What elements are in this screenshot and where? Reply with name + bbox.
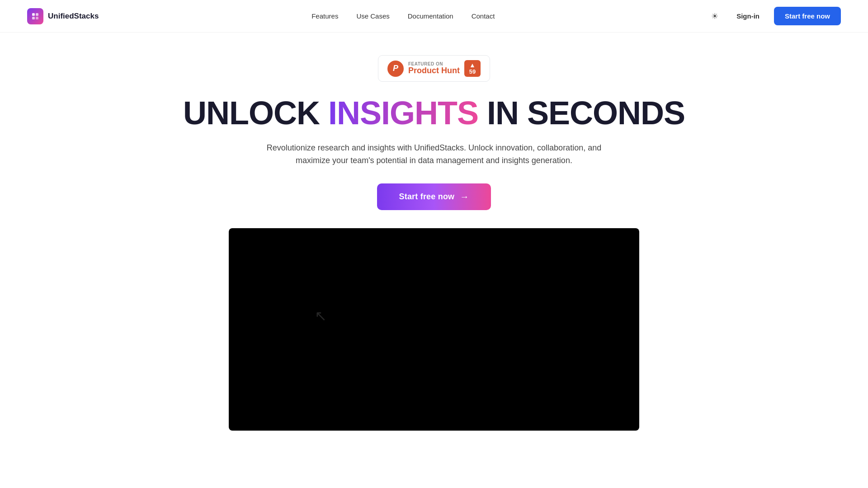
arrow-right-icon: → bbox=[460, 192, 469, 202]
nav-link-features[interactable]: Features bbox=[311, 12, 338, 20]
product-hunt-badge[interactable]: P FEATURED ON Product Hunt ▲ 59 bbox=[378, 55, 490, 82]
cta-label: Start free now bbox=[399, 192, 454, 202]
start-free-hero-button[interactable]: Start free now → bbox=[377, 183, 491, 210]
heading-in-seconds: IN SECONDS bbox=[478, 95, 685, 131]
ph-arrow-icon: ▲ bbox=[469, 62, 476, 68]
logo[interactable]: UnifiedStacks bbox=[27, 8, 99, 24]
product-hunt-logo: P bbox=[387, 61, 404, 77]
nav-link-documentation[interactable]: Documentation bbox=[408, 12, 453, 20]
logo-icon bbox=[27, 8, 43, 24]
nav-actions: ☀ Sign-in Start free now bbox=[708, 7, 841, 25]
product-hunt-text-area: FEATURED ON Product Hunt bbox=[408, 61, 460, 75]
navbar: UnifiedStacks Features Use Cases Documen… bbox=[0, 0, 868, 33]
nav-link-contact[interactable]: Contact bbox=[472, 12, 495, 20]
svg-rect-3 bbox=[36, 17, 38, 19]
heading-insights: INSIGHTS bbox=[328, 95, 478, 131]
ph-upvote-badge: ▲ 59 bbox=[464, 60, 481, 77]
svg-rect-1 bbox=[36, 13, 38, 16]
ph-upvote-count: 59 bbox=[469, 68, 476, 75]
svg-rect-0 bbox=[32, 13, 35, 16]
sun-icon: ☀ bbox=[711, 11, 718, 21]
svg-rect-2 bbox=[32, 17, 35, 19]
hero-heading: UNLOCK INSIGHTS IN SECONDS bbox=[183, 96, 685, 131]
hero-video[interactable]: ↖ bbox=[229, 228, 639, 431]
main-content: P FEATURED ON Product Hunt ▲ 59 UNLOCK I… bbox=[0, 33, 868, 431]
brand-name: UnifiedStacks bbox=[48, 12, 99, 21]
heading-unlock: UNLOCK bbox=[183, 95, 328, 131]
ph-product-hunt-label: Product Hunt bbox=[408, 66, 460, 75]
theme-toggle-button[interactable]: ☀ bbox=[708, 9, 722, 23]
hero-subtext: Revolutionize research and insights with… bbox=[258, 141, 610, 168]
nav-links: Features Use Cases Documentation Contact bbox=[311, 12, 495, 20]
cursor-icon: ↖ bbox=[315, 307, 327, 324]
nav-link-use-cases[interactable]: Use Cases bbox=[356, 12, 389, 20]
sign-in-button[interactable]: Sign-in bbox=[731, 9, 765, 23]
start-free-nav-button[interactable]: Start free now bbox=[774, 7, 841, 25]
